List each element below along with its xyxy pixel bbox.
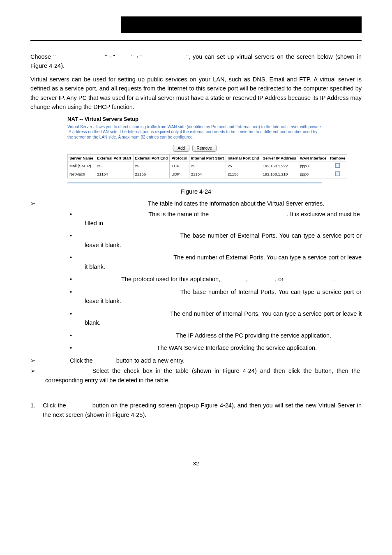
chevron-icon: ➢	[30, 366, 45, 385]
cell: NetMech	[68, 170, 95, 178]
step-1: 1. Click the Add button on the preceding…	[30, 401, 362, 419]
figure-description: Virtual Server allows you to direct inco…	[67, 125, 322, 140]
nav-step-1: Advanced Setup	[58, 53, 102, 60]
label-server-name: Server Name:	[85, 211, 121, 217]
nav-step-2: NAT	[118, 53, 129, 60]
cell: 21154	[189, 170, 226, 178]
cell-checkbox	[328, 170, 347, 178]
label-vs-table: Virtual Server Table:	[45, 200, 99, 207]
chevron-icon: ➢	[30, 199, 45, 208]
cell: 192.168.1.222	[261, 162, 298, 170]
text: The table indicates the information abou…	[148, 200, 324, 207]
col-ext-port-end: External Port End	[133, 155, 170, 162]
label-wan: WAN Interface:	[85, 345, 125, 351]
text: This is the name of the	[148, 211, 210, 217]
text: Select the check box in the table (shown…	[45, 368, 360, 384]
text: The IP Address of the PC providing the s…	[176, 332, 331, 339]
quote2: "	[113, 53, 115, 60]
col-ext-port-start: External Port Start	[95, 155, 133, 162]
chevron-icon: ➢	[30, 356, 45, 365]
arrow-icon: →	[107, 53, 113, 60]
label-tcp: TCP	[222, 276, 234, 282]
col-int-port-end: Internal Port End	[226, 155, 261, 162]
bullet-icon: •	[62, 275, 85, 284]
label-ext-end: External Port End:	[85, 254, 133, 261]
label-int-start: Internal Port Start:	[85, 289, 134, 295]
cell-checkbox	[328, 162, 347, 170]
list-item: • Server Name: This is the name of the V…	[62, 210, 362, 228]
cell: ppp0	[298, 162, 328, 170]
bullet-icon: •	[62, 343, 85, 352]
text: The WAN Service Interface providing the …	[157, 345, 317, 351]
or: , or	[275, 276, 284, 282]
col-server-name: Server Name	[68, 155, 95, 162]
col-int-port-start: Internal Port Start	[189, 155, 226, 162]
cell: ppp0	[298, 170, 328, 178]
figure-caption: Figure 4-24	[30, 188, 362, 195]
bullet-icon: •	[62, 331, 85, 340]
cell: UDP	[170, 170, 189, 178]
page-number: 32	[30, 460, 362, 467]
table-header-row: Server Name External Port Start External…	[68, 155, 347, 162]
text-a: Click the	[43, 402, 68, 409]
text-b: button to add a new entry.	[116, 357, 185, 364]
label-vs: Virtual Server	[210, 211, 247, 217]
list-item: • Server IP Address: The IP Address of t…	[62, 331, 362, 340]
label-ext-start: External Port Start:	[85, 232, 136, 239]
nav-path-paragraph: Choose " Advanced Setup "→" NAT "→" Virt…	[30, 52, 362, 71]
cell: 25	[189, 162, 226, 170]
choose-prefix: Choose "	[30, 53, 55, 60]
figure-nat-virtual-servers: NAT -- Virtual Servers Setup Virtual Ser…	[67, 116, 322, 184]
label-udp: UDP	[249, 276, 262, 282]
col-wan-interface: WAN Interface	[298, 155, 328, 162]
list-item: • External Port Start: The base number o…	[62, 231, 362, 250]
remove-button[interactable]: Remove	[192, 145, 217, 152]
bullet-icon: •	[62, 287, 85, 306]
cell: 21156	[226, 170, 261, 178]
col-server-ip: Server IP Address	[261, 155, 298, 162]
add-button[interactable]: Add	[173, 145, 189, 152]
nav-step-3: Virtual Servers	[144, 53, 184, 60]
virtual-servers-table: Server Name External Port Start External…	[67, 154, 347, 178]
header-black-bar	[121, 16, 362, 33]
list-item: • Internal Port End: The end number of I…	[62, 309, 362, 328]
cell: Mail (SMTP)	[68, 162, 95, 170]
cell: 25	[95, 162, 133, 170]
label-add: Add:	[45, 357, 58, 364]
col-remove: Remove	[328, 155, 347, 162]
tail: .	[334, 276, 336, 282]
figure-bottom-rule	[67, 183, 322, 183]
col-protocol: Protocol	[170, 155, 189, 162]
field-list: • Server Name: This is the name of the V…	[62, 210, 362, 353]
label-add-btn: Add	[94, 357, 105, 364]
bullet-icon: •	[62, 231, 85, 250]
list-item: • Internal Port Start: The base number o…	[62, 287, 362, 306]
intro-paragraph: Virtual servers can be used for setting …	[30, 75, 362, 112]
remove-checkbox[interactable]	[335, 163, 340, 168]
cell: 21156	[133, 170, 170, 178]
table-row: NetMech 21154 21156 UDP 21154 21156 192.…	[68, 170, 347, 178]
list-item: • External Port End: The end number of E…	[62, 253, 362, 271]
label-protocol: Protocol:	[85, 276, 108, 282]
cell: 25	[133, 162, 170, 170]
step-number: 1.	[30, 401, 43, 419]
label-all: TCP/UDP	[285, 276, 311, 282]
list-item-add: ➢ Add: Click the Add button to add a new…	[30, 356, 362, 365]
cell: 25	[226, 162, 261, 170]
list-item-remove: ➢ Remove: Select the check box in the ta…	[30, 366, 362, 385]
remove-checkbox[interactable]	[335, 171, 340, 176]
description-list: ➢ Virtual Server Table: The table indica…	[30, 199, 362, 385]
horizontal-rule	[30, 40, 362, 41]
comma1: ,	[246, 276, 249, 282]
quote4: "	[139, 53, 141, 60]
bullet-icon: •	[62, 253, 85, 271]
list-item-vstable: ➢ Virtual Server Table: The table indica…	[30, 199, 362, 208]
list-item: • WAN Interface: The WAN Service Interfa…	[62, 343, 362, 352]
cell: 21154	[95, 170, 133, 178]
steps-list: 1. Click the Add button on the preceding…	[30, 401, 362, 419]
cell: 192.168.1.210	[261, 170, 298, 178]
label-remove: Remove:	[45, 368, 69, 374]
cell: TCP	[170, 162, 189, 170]
label-add-btn2: Add	[68, 402, 78, 409]
text-b: button on the preceding screen (pop-up F…	[43, 402, 362, 418]
